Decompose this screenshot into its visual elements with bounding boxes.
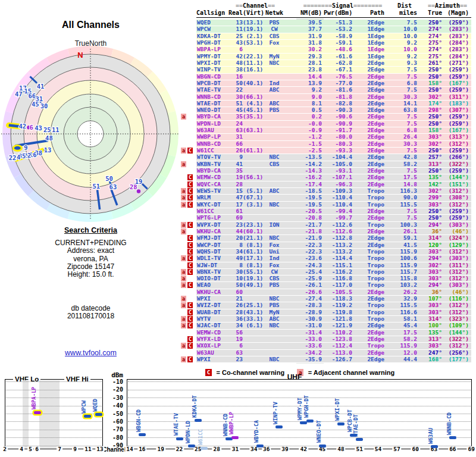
cell-vi: (66.1) — [243, 94, 263, 100]
signal-bar — [231, 436, 239, 439]
radar-channel-label: 41 — [37, 83, 45, 90]
cell-at: 135° — [421, 174, 442, 180]
radar-channel-label: 45 — [32, 101, 39, 108]
cell-pw: -114.4 — [324, 255, 352, 261]
radar-channel-label: 51 — [92, 183, 100, 190]
co-channel-warning-icon: C — [187, 323, 193, 328]
cell-nm: -21.7 — [298, 222, 322, 228]
cell-nw: CBS — [264, 33, 284, 39]
cell-di: 17.5 — [390, 174, 417, 180]
cell-vi: (3.1) — [243, 202, 263, 208]
tvfool-link-wrap: www.tvfool.com — [15, 349, 167, 357]
cell-pa: Tropo — [357, 316, 384, 322]
cell-pw: -104.4 — [324, 154, 352, 160]
co-channel-warning-icon: C — [187, 148, 193, 154]
cell-at: 294° — [421, 222, 442, 228]
co-channel-warning-icon: C — [187, 309, 193, 315]
radar-channel-label: 13 — [44, 146, 52, 154]
radar-channel-label: 66 — [29, 92, 36, 99]
x-tick-label: 14 — [125, 446, 134, 452]
bar-callsign-label: WPXI-DT — [334, 398, 340, 421]
cell-pw: -121.8 — [324, 316, 352, 322]
x-tick-label: 22 — [175, 446, 184, 452]
cell-nm: -26.6 — [298, 289, 322, 295]
co-channel-warning-icon: C — [187, 202, 193, 208]
cell-am: (303°) — [443, 255, 469, 261]
signal-bar — [176, 437, 183, 440]
co-channel-warning-icon: C — [187, 262, 193, 268]
cell-pa: 2Edge — [357, 350, 384, 356]
bar-callsign-label: KDKA-DT — [192, 395, 198, 418]
table-row: WFMJ-DT20(21.1)NBC-21.9-112.82Edge59.131… — [196, 235, 471, 242]
cell-pa: 2Edge — [357, 174, 384, 180]
x-tick-label: 57 — [392, 446, 401, 452]
cell-di: 7.5 — [390, 168, 417, 174]
cell-pa: 2Edge — [357, 215, 384, 221]
cell-at: 250° — [421, 168, 442, 174]
cell-am: (271°) — [443, 60, 469, 66]
table-row: WBPA-LP630.2-48.61Edge10.0274°(283°) — [196, 46, 471, 53]
cell-am: (312°) — [443, 141, 469, 147]
signal-bar — [201, 447, 208, 450]
cell-nm: -0.9 — [298, 127, 322, 133]
cell-re: 24 — [228, 121, 243, 127]
co-channel-warning-icon: C — [187, 343, 193, 349]
radar-marker-dot — [13, 145, 21, 151]
bar-callsign-label: W61CC — [198, 429, 203, 445]
cell-pw: -81.6 — [324, 87, 352, 93]
cell-nw: ABC — [264, 188, 284, 194]
cell-vi: (21.1) — [243, 235, 263, 241]
cell-am: (312°) — [443, 276, 469, 281]
table-row: WTOV-TV9NBC-13.5-104.42Edge42.8257°(266°… — [196, 154, 471, 161]
cell-am: (144°) — [443, 330, 469, 336]
cell-pa: 2Edge — [357, 20, 384, 26]
cell-am: (259°) — [443, 215, 469, 221]
bar-callsign-label: WNNB-CD — [446, 412, 452, 435]
co-channel-warning-icon: C — [187, 195, 193, 201]
cell-pa: 2Edge — [357, 181, 384, 187]
cell-nw: ABC — [264, 316, 284, 322]
cell-am: (303°) — [443, 282, 469, 288]
radar-plot: 4117154766314530426432511489133816223524… — [1, 45, 180, 223]
cell-di: 42.8 — [390, 154, 417, 160]
cell-di: 10.0 — [390, 46, 417, 52]
y-tick-label: -20 — [105, 386, 123, 393]
cell-pa: 2Edge — [357, 154, 384, 160]
header-underline — [196, 17, 471, 18]
cell-nw: Ind — [264, 255, 284, 261]
cell-nm: -17.4 — [298, 181, 322, 187]
cell-nm: -18.5 — [298, 188, 322, 194]
cell-nm: 31.8 — [298, 40, 322, 46]
cell-pw: -105.5 — [324, 289, 352, 295]
x-tick-label: 28 — [212, 446, 221, 452]
cell-di: 116.3 — [390, 188, 417, 194]
cell-pw: -82.8 — [324, 101, 352, 107]
cell-at: 302° — [421, 188, 442, 194]
cell-re: 63 — [228, 350, 243, 356]
cell-pw: -112.6 — [324, 228, 352, 234]
cell-pw: -81.8 — [324, 94, 352, 100]
cell-am: (151°) — [443, 181, 469, 187]
cell-pa: Tropo — [357, 249, 384, 255]
tvfool-link[interactable]: www.tvfool.com — [65, 349, 117, 357]
cell-pa: Tropo — [357, 195, 384, 201]
cell-di: 115.7 — [390, 269, 417, 275]
table-row: WDLI-TV49(17.1)Ind-23.6-114.4Tropo100.62… — [196, 255, 471, 262]
cell-nw: Fox — [264, 242, 284, 248]
x-tick-label: 7 — [57, 446, 62, 452]
cell-pa: Tropo — [357, 302, 384, 308]
table-row: WINP-TV38(16.1)23.8-67.12Edge7.5250°(259… — [196, 67, 471, 73]
cell-re: 42 — [228, 54, 243, 60]
cell-am: (307°) — [443, 107, 469, 113]
x-tick-label: 60 — [411, 446, 420, 452]
adjacent-channel-warning-icon: a — [181, 316, 186, 322]
cell-vi: (19.1) — [243, 276, 263, 281]
bar-callsign-label: WPCB-DT — [347, 409, 353, 432]
signal-bar — [337, 422, 345, 425]
cell-pw: -116.8 — [324, 276, 352, 281]
cell-di: 115.5 — [390, 202, 417, 208]
cell-nm: -25.4 — [298, 269, 322, 275]
cell-nm: -21.8 — [298, 228, 322, 234]
cell-pa: Tropo — [357, 262, 384, 268]
cell-re: 69 — [228, 215, 243, 221]
